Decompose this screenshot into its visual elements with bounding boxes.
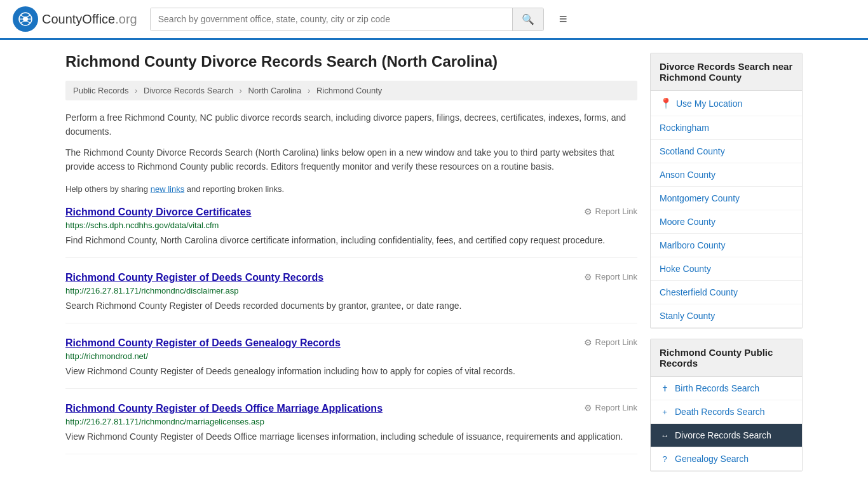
search-input[interactable] bbox=[151, 8, 512, 30]
search-bar: 🔍 bbox=[150, 8, 544, 31]
hamburger-button[interactable]: ≡ bbox=[557, 8, 570, 30]
nearby-header: Divorce Records Search near Richmond Cou… bbox=[651, 53, 802, 91]
nearby-item-8[interactable]: Stanly County bbox=[651, 304, 802, 328]
nearby-item-5[interactable]: Marlboro County bbox=[651, 234, 802, 257]
location-pin-icon: 📍 bbox=[660, 97, 672, 109]
description-2: The Richmond County Divorce Records Sear… bbox=[65, 146, 637, 174]
pr-label-1: Death Records Search bbox=[675, 407, 765, 417]
search-button[interactable]: 🔍 bbox=[512, 8, 543, 30]
help-line: Help others by sharing new links and rep… bbox=[65, 184, 637, 194]
nearby-box: Divorce Records Search near Richmond Cou… bbox=[650, 53, 803, 329]
public-records-header: Richmond County Public Records bbox=[651, 339, 802, 377]
page-title: Richmond County Divorce Records Search (… bbox=[65, 53, 637, 71]
header: CountyOffice.org 🔍 ≡ bbox=[0, 0, 868, 40]
breadcrumb-sep-2: › bbox=[240, 86, 242, 95]
content-wrapper: Richmond County Divorce Records Search (… bbox=[53, 40, 815, 488]
main-content: Richmond County Divorce Records Search (… bbox=[65, 53, 637, 482]
breadcrumb-richmond-county[interactable]: Richmond County bbox=[316, 86, 382, 95]
hamburger-icon: ≡ bbox=[559, 11, 567, 27]
logo[interactable]: CountyOffice.org bbox=[13, 6, 137, 32]
public-record-item-0[interactable]: ✝Birth Records Search bbox=[651, 377, 802, 400]
pr-icon-2: ↔ bbox=[660, 431, 670, 440]
report-icon-3: ⚙ bbox=[584, 403, 592, 413]
record-desc-0: Find Richmond County, North Carolina div… bbox=[65, 234, 637, 247]
nearby-item-3[interactable]: Montgomery County bbox=[651, 187, 802, 210]
breadcrumb: Public Records › Divorce Records Search … bbox=[65, 81, 637, 100]
record-url-2[interactable]: http://richmondrod.net/ bbox=[65, 351, 637, 361]
public-record-item-1[interactable]: +Death Records Search bbox=[651, 400, 802, 424]
record-card-header: Richmond County Register of Deeds Office… bbox=[65, 403, 637, 414]
record-desc-2: View Richmond County Register of Deeds g… bbox=[65, 365, 637, 378]
report-link-3[interactable]: ⚙ Report Link bbox=[584, 403, 637, 413]
record-desc-3: View Richmond County Register of Deeds O… bbox=[65, 430, 637, 444]
public-records-container: ✝Birth Records Search+Death Records Sear… bbox=[651, 377, 802, 471]
record-card: Richmond County Register of Deeds Office… bbox=[65, 403, 637, 454]
record-card: Richmond County Register of Deeds County… bbox=[65, 272, 637, 323]
breadcrumb-north-carolina[interactable]: North Carolina bbox=[248, 86, 302, 95]
nearby-item-2[interactable]: Anson County bbox=[651, 163, 802, 187]
pr-label-0: Birth Records Search bbox=[675, 383, 759, 393]
pr-label-3: Genealogy Search bbox=[675, 454, 749, 464]
report-icon-1: ⚙ bbox=[584, 272, 592, 282]
record-desc-1: Search Richmond County Register of Deeds… bbox=[65, 299, 637, 313]
report-link-2[interactable]: ⚙ Report Link bbox=[584, 337, 637, 348]
record-card: Richmond County Divorce Certificates ⚙ R… bbox=[65, 207, 637, 258]
pr-icon-0: ✝ bbox=[660, 384, 670, 393]
breadcrumb-divorce-records[interactable]: Divorce Records Search bbox=[144, 86, 233, 95]
public-record-item-2[interactable]: ↔Divorce Records Search bbox=[651, 424, 802, 447]
description: Perform a free Richmond County, NC publi… bbox=[65, 111, 637, 174]
report-link-1[interactable]: ⚙ Report Link bbox=[584, 272, 637, 282]
record-card-header: Richmond County Divorce Certificates ⚙ R… bbox=[65, 207, 637, 218]
public-record-item-3[interactable]: ?Genealogy Search bbox=[651, 447, 802, 471]
breadcrumb-public-records[interactable]: Public Records bbox=[73, 86, 128, 95]
report-link-0[interactable]: ⚙ Report Link bbox=[584, 207, 637, 217]
pr-icon-1: + bbox=[660, 407, 670, 417]
report-icon-0: ⚙ bbox=[584, 207, 592, 217]
breadcrumb-sep-1: › bbox=[135, 86, 137, 95]
logo-icon bbox=[13, 6, 38, 32]
record-card-header: Richmond County Register of Deeds County… bbox=[65, 272, 637, 283]
breadcrumb-sep-3: › bbox=[308, 86, 310, 95]
record-url-1[interactable]: http://216.27.81.171/richmondnc/disclaim… bbox=[65, 286, 637, 295]
records-container: Richmond County Divorce Certificates ⚙ R… bbox=[65, 207, 637, 454]
record-url-3[interactable]: http://216.27.81.171/richmondnc/marriage… bbox=[65, 417, 637, 426]
record-card: Richmond County Register of Deeds Geneal… bbox=[65, 337, 637, 389]
new-links-link[interactable]: new links bbox=[151, 184, 184, 194]
pr-label-2: Divorce Records Search bbox=[675, 430, 771, 440]
record-card-header: Richmond County Register of Deeds Geneal… bbox=[65, 337, 637, 349]
record-url-0[interactable]: https://schs.dph.ncdhhs.gov/data/vital.c… bbox=[65, 220, 637, 230]
use-my-location[interactable]: 📍 Use My Location bbox=[651, 91, 802, 116]
record-title-2[interactable]: Richmond County Register of Deeds Geneal… bbox=[65, 337, 341, 349]
nearby-items-container: RockinghamScotland CountyAnson CountyMon… bbox=[651, 116, 802, 328]
nearby-item-6[interactable]: Hoke County bbox=[651, 257, 802, 281]
use-location-label: Use My Location bbox=[676, 98, 742, 109]
sidebar: Divorce Records Search near Richmond Cou… bbox=[650, 53, 803, 482]
pr-icon-3: ? bbox=[660, 454, 670, 464]
record-title-1[interactable]: Richmond County Register of Deeds County… bbox=[65, 272, 323, 283]
nearby-item-1[interactable]: Scotland County bbox=[651, 140, 802, 163]
record-title-0[interactable]: Richmond County Divorce Certificates bbox=[65, 207, 252, 218]
nearby-item-7[interactable]: Chesterfield County bbox=[651, 281, 802, 304]
record-title-3[interactable]: Richmond County Register of Deeds Office… bbox=[65, 403, 383, 414]
report-icon-2: ⚙ bbox=[584, 337, 592, 348]
description-1: Perform a free Richmond County, NC publi… bbox=[65, 111, 637, 139]
nearby-item-4[interactable]: Moore County bbox=[651, 210, 802, 234]
nearby-item-0[interactable]: Rockingham bbox=[651, 116, 802, 140]
public-records-box: Richmond County Public Records ✝Birth Re… bbox=[650, 339, 803, 471]
logo-text: CountyOffice.org bbox=[42, 12, 137, 27]
search-icon: 🔍 bbox=[522, 14, 534, 25]
